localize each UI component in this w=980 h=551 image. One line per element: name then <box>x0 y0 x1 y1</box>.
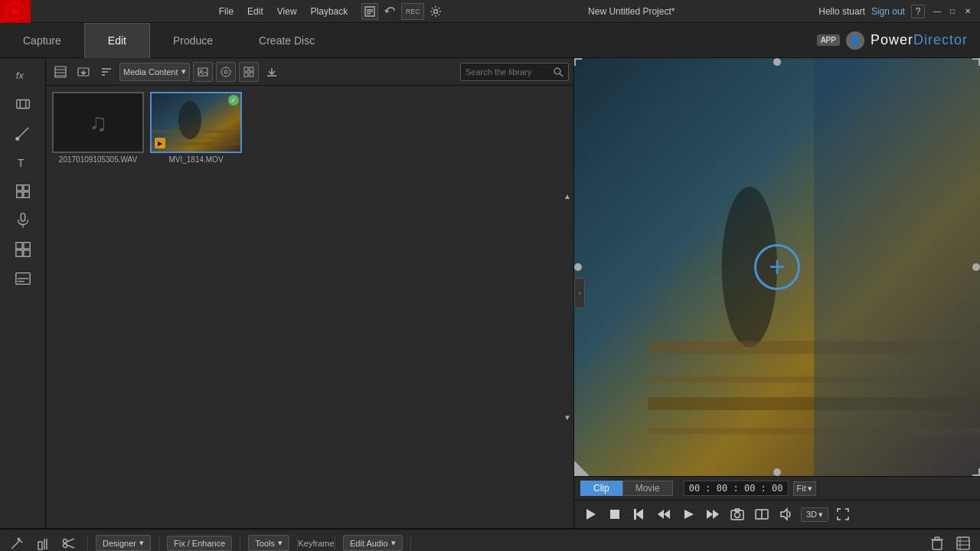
minimize-button[interactable]: — <box>931 5 943 18</box>
tl-list-view[interactable] <box>952 533 974 552</box>
sidebar-btn-mic[interactable] <box>8 207 38 234</box>
menu-bar: File Edit View Playback REC <box>175 3 445 20</box>
svg-text:T: T <box>17 157 24 169</box>
media-download[interactable] <box>262 62 282 82</box>
fast-forward-button[interactable] <box>703 504 723 524</box>
sidebar-btn-subtitle[interactable] <box>8 265 38 292</box>
menu-edit[interactable]: Edit <box>241 5 270 18</box>
preview-triangle-indicator <box>574 461 590 476</box>
media-grid-view[interactable] <box>239 62 259 82</box>
menu-file[interactable]: File <box>213 5 240 18</box>
fix-enhance-dropdown[interactable]: Fix / Enhance <box>167 536 232 551</box>
delete-button[interactable] <box>926 533 948 552</box>
svg-marker-67 <box>713 510 719 519</box>
scroll-down-arrow[interactable]: ▼ <box>561 307 573 528</box>
media-sort[interactable] <box>96 62 116 82</box>
check-badge: ✓ <box>228 95 239 106</box>
svg-rect-87 <box>935 537 939 540</box>
tools-dropdown[interactable]: Tools ▾ <box>248 535 289 551</box>
preview-handle-tl[interactable] <box>574 58 582 66</box>
nav-edit[interactable]: Edit <box>84 23 150 58</box>
branding-area: APP 👤 PowerDirector <box>817 31 980 50</box>
window-buttons: — □ ✕ <box>931 5 974 18</box>
tl-ripple[interactable] <box>32 533 54 552</box>
preview-handle-right[interactable] <box>972 263 980 271</box>
svg-rect-78 <box>38 542 42 549</box>
svg-rect-17 <box>21 214 25 221</box>
tab-movie[interactable]: Movie <box>622 481 673 496</box>
toolbar-icon-undo[interactable] <box>381 3 398 20</box>
edit-audio-dropdown[interactable]: Edit Audio ▾ <box>343 535 403 551</box>
svg-marker-1 <box>12 7 21 16</box>
media-list-view[interactable] <box>51 62 70 82</box>
svg-rect-42 <box>250 73 253 77</box>
preview-move-handle[interactable]: + <box>754 244 800 290</box>
sidebar-btn-fx[interactable]: fx <box>8 61 38 89</box>
panel-collapse-button[interactable]: › <box>574 278 585 308</box>
svg-marker-66 <box>707 510 713 519</box>
fit-dropdown[interactable]: Fit ▾ <box>793 481 816 496</box>
designer-dropdown[interactable]: Designer ▾ <box>96 535 151 551</box>
main-area: fx T <box>0 58 980 528</box>
play-forward-button[interactable] <box>678 504 698 524</box>
svg-rect-14 <box>23 185 28 191</box>
media-photo[interactable] <box>193 62 213 82</box>
svg-rect-58 <box>814 58 980 476</box>
split-button[interactable] <box>752 504 772 524</box>
toolbar-icon-gear[interactable] <box>427 3 444 20</box>
rewind-button[interactable] <box>654 504 674 524</box>
tl-scissors[interactable] <box>58 533 80 552</box>
preview-handle-left[interactable] <box>574 263 582 271</box>
media-item-video[interactable]: ✓ ▶ MVI_1814.MOV <box>150 92 242 164</box>
svg-point-77 <box>18 538 19 540</box>
toolbar-icon-1[interactable] <box>361 3 378 20</box>
tl-separator6 <box>410 536 411 551</box>
keyframe-btn[interactable]: Keyframe <box>305 533 327 552</box>
snapshot-button[interactable] <box>727 504 747 524</box>
menu-playback[interactable]: Playback <box>305 5 354 18</box>
tab-clip[interactable]: Clip <box>580 481 622 496</box>
tl-magic-wand[interactable] <box>6 533 28 552</box>
designer-label: Designer <box>103 539 136 548</box>
volume-button[interactable] <box>776 504 796 524</box>
media-content-dropdown[interactable]: Media Content ▾ <box>119 63 190 81</box>
3d-button[interactable]: 3D ▾ <box>801 507 828 522</box>
sidebar-btn-motion[interactable] <box>8 90 38 118</box>
sidebar-btn-text[interactable]: T <box>8 148 38 176</box>
media-audio-icon[interactable] <box>216 62 236 82</box>
sidebar-btn-composite[interactable] <box>8 178 38 205</box>
media-import[interactable] <box>74 62 93 82</box>
preview-controls-bar: Clip Movie 00 : 00 : 00 : 00 Fit ▾ <box>574 476 980 500</box>
sign-out-link[interactable]: Sign out <box>871 6 905 17</box>
media-item-audio[interactable]: ♫ 20170109105305.WAV <box>52 92 144 164</box>
help-button[interactable]: ? <box>911 5 925 18</box>
sidebar-btn-brush[interactable] <box>8 119 38 147</box>
close-button[interactable]: ✕ <box>962 5 974 18</box>
tl-separator <box>87 536 88 551</box>
video-thumb-bg: ✓ ▶ <box>152 93 240 152</box>
scroll-up-arrow[interactable]: ▲ <box>561 86 573 307</box>
preview-handle-tr[interactable] <box>972 58 980 66</box>
maximize-button[interactable]: □ <box>946 5 959 18</box>
fullscreen-button[interactable] <box>833 504 853 524</box>
nav-create-disc[interactable]: Create Disc <box>236 23 338 58</box>
3d-dropdown-arrow: ▾ <box>818 510 823 520</box>
preview-handle-top[interactable] <box>773 58 781 66</box>
step-back-button[interactable] <box>629 504 649 524</box>
toolbar-icon-settings[interactable]: REC <box>401 3 424 20</box>
svg-rect-62 <box>634 509 636 520</box>
preview-handle-br[interactable] <box>972 468 980 476</box>
user-greeting: Hello stuart <box>818 6 865 17</box>
play-button[interactable] <box>580 504 600 524</box>
menu-view[interactable]: View <box>271 5 303 18</box>
media-search-box[interactable] <box>460 63 569 81</box>
media-search-input[interactable] <box>466 67 550 77</box>
edit-audio-arrow: ▾ <box>391 538 396 548</box>
sidebar-btn-grid[interactable] <box>8 236 38 263</box>
nav-produce[interactable]: Produce <box>150 23 236 58</box>
svg-line-46 <box>560 73 563 77</box>
stop-button[interactable] <box>605 504 625 524</box>
nav-capture[interactable]: Capture <box>0 23 84 58</box>
preview-handle-bottom[interactable] <box>773 468 781 476</box>
svg-line-84 <box>67 545 74 548</box>
